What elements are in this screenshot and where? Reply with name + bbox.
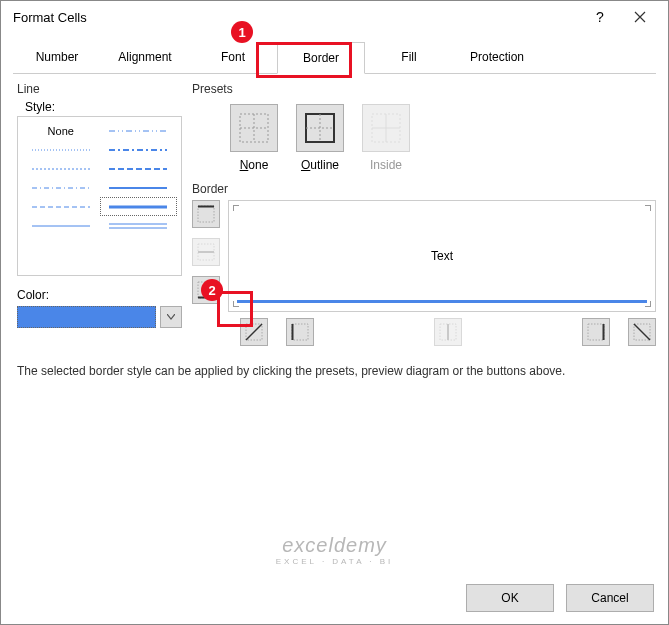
tab-number[interactable]: Number [13, 42, 101, 74]
line-panel: Line Style: None Color: [17, 82, 182, 346]
watermark-line2: EXCEL · DATA · BI [276, 557, 394, 566]
annotation-badge-1: 1 [231, 21, 253, 43]
preset-inside-label: Inside [370, 158, 402, 172]
preview-text: Text [431, 249, 453, 263]
style-label: Style: [25, 100, 182, 114]
border-right-icon [587, 323, 605, 341]
diagonal-down-icon [633, 323, 651, 341]
line-style-picker[interactable]: None [17, 116, 182, 276]
border-hmid-icon [197, 243, 215, 261]
preset-inside-icon [370, 112, 402, 144]
preset-none-button[interactable] [230, 104, 278, 152]
watermark-line1: exceldemy [276, 534, 394, 557]
svg-line-36 [634, 324, 650, 340]
style-none[interactable]: None [48, 125, 74, 137]
border-diagonal-up-button[interactable] [240, 318, 268, 346]
svg-line-28 [246, 324, 262, 340]
ok-button[interactable]: OK [466, 584, 554, 612]
style-medium-dash[interactable] [109, 162, 167, 176]
preset-inside-button [362, 104, 410, 152]
preset-outline-icon [304, 112, 336, 144]
style-dotted[interactable] [32, 162, 90, 176]
preset-none-icon [238, 112, 270, 144]
border-left-icon [291, 323, 309, 341]
tab-protection[interactable]: Protection [453, 42, 541, 74]
style-dash-dot-dot[interactable] [109, 124, 167, 138]
border-right-button[interactable] [582, 318, 610, 346]
tab-border[interactable]: Border [277, 42, 365, 74]
style-hair[interactable] [32, 143, 90, 157]
border-group-label: Border [192, 182, 656, 196]
preset-outline-label: Outline [301, 158, 339, 172]
svg-rect-29 [292, 324, 308, 340]
style-medium-dash-dot[interactable] [109, 143, 167, 157]
border-horizontal-mid-button [192, 238, 220, 266]
chevron-down-icon [167, 314, 175, 320]
border-vertical-mid-button [434, 318, 462, 346]
border-left-button[interactable] [286, 318, 314, 346]
color-dropdown-button[interactable] [160, 306, 182, 328]
preset-outline-button[interactable] [296, 104, 344, 152]
border-diagonal-down-button[interactable] [628, 318, 656, 346]
right-panel: Presets None Outline [192, 82, 656, 346]
window-title: Format Cells [13, 10, 580, 25]
color-label: Color: [17, 288, 182, 302]
tab-fill[interactable]: Fill [365, 42, 453, 74]
tab-font[interactable]: Font [189, 42, 277, 74]
border-top-icon [197, 205, 215, 223]
style-dashed[interactable] [32, 200, 90, 214]
cancel-button[interactable]: Cancel [566, 584, 654, 612]
close-icon [634, 11, 646, 23]
style-thick[interactable] [109, 200, 167, 214]
preset-none-label: None [240, 158, 269, 172]
style-thin[interactable] [32, 219, 90, 233]
diagonal-up-icon [245, 323, 263, 341]
format-cells-dialog: Format Cells ? Number Alignment Font Bor… [0, 0, 669, 625]
border-top-button[interactable] [192, 200, 220, 228]
watermark: exceldemy EXCEL · DATA · BI [276, 534, 394, 566]
color-swatch[interactable] [17, 306, 156, 328]
line-group-label: Line [17, 82, 182, 96]
hint-text: The selected border style can be applied… [17, 364, 652, 378]
annotation-badge-2: 2 [201, 279, 223, 301]
presets-group-label: Presets [192, 82, 656, 96]
style-medium[interactable] [109, 181, 167, 195]
border-vmid-icon [439, 323, 457, 341]
preview-bottom-border [237, 300, 647, 303]
dialog-footer: OK Cancel [466, 584, 654, 612]
tab-strip: Number Alignment Font Border Fill Protec… [13, 41, 656, 74]
svg-rect-21 [198, 206, 214, 222]
titlebar: Format Cells ? [1, 1, 668, 33]
svg-rect-33 [588, 324, 604, 340]
style-dash-dot[interactable] [32, 181, 90, 195]
close-button[interactable] [620, 3, 660, 31]
border-preview[interactable]: Text [228, 200, 656, 312]
style-double[interactable] [109, 219, 167, 233]
help-button[interactable]: ? [580, 3, 620, 31]
tab-alignment[interactable]: Alignment [101, 42, 189, 74]
